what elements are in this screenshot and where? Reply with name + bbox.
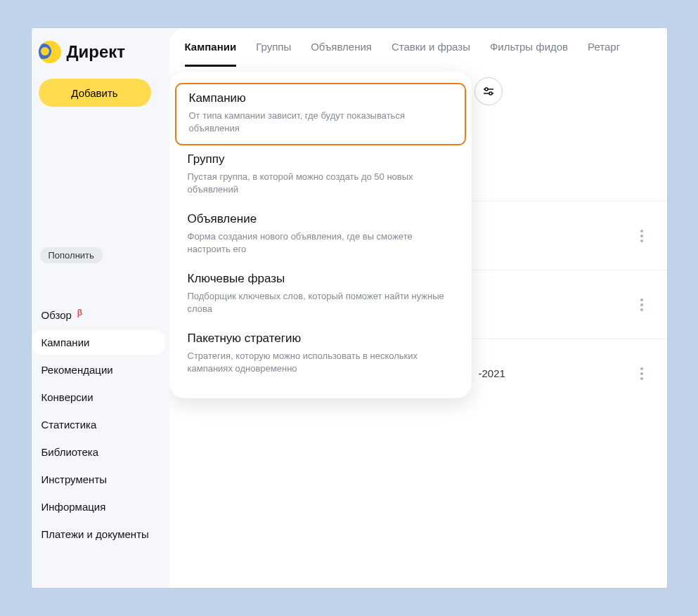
dropdown-item-title: Группу	[188, 152, 453, 166]
beta-badge: β	[77, 308, 82, 317]
tab-campaigns[interactable]: Кампании	[185, 41, 237, 67]
sidebar-item-library[interactable]: Библиотека	[32, 440, 165, 464]
sidebar-item-conversions[interactable]: Конверсии	[32, 385, 165, 409]
row-menu-button[interactable]	[636, 363, 647, 384]
dropdown-item-desc: От типа кампании зависит, где будут пока…	[189, 110, 452, 134]
yandex-direct-logo-icon	[39, 41, 61, 63]
sidebar-item-tools[interactable]: Инструменты	[32, 467, 165, 492]
dropdown-item-desc: Подборщик ключевых слов, который поможет…	[188, 290, 453, 315]
filter-button[interactable]	[474, 77, 503, 105]
dropdown-item-title: Ключевые фразы	[188, 272, 453, 286]
brand-title: Директ	[67, 42, 126, 62]
dropdown-item-title: Объявление	[188, 212, 453, 226]
sidebar-spacer	[32, 107, 169, 247]
dropdown-item-desc: Пустая группа, в которой можно создать д…	[188, 171, 453, 195]
tab-groups[interactable]: Группы	[256, 41, 291, 67]
sidebar-item-payments[interactable]: Платежи и документы	[32, 522, 165, 548]
add-button[interactable]: Добавить	[39, 79, 151, 107]
dropdown-item-campaign[interactable]: Кампанию От типа кампании зависит, где б…	[175, 83, 466, 145]
sidebar-item-label: Инструменты	[41, 473, 108, 485]
sidebar-item-campaigns[interactable]: Кампании	[32, 330, 165, 355]
sidebar-item-label: Обзор	[41, 309, 72, 321]
sidebar-item-label: Библиотека	[41, 446, 99, 458]
sidebar: Директ Добавить Пополнить Обзор β Кампан…	[32, 28, 169, 588]
sidebar-item-label: Информация	[41, 501, 106, 513]
row-menu-button[interactable]	[636, 294, 647, 315]
tab-retargeting[interactable]: Ретарг	[588, 41, 620, 67]
tabs-bar: Кампании Группы Объявления Ставки и фраз…	[169, 28, 667, 67]
sidebar-item-label: Рекомендации	[41, 364, 113, 376]
topup-button[interactable]: Пополнить	[40, 247, 103, 263]
sidebar-item-info[interactable]: Информация	[32, 494, 165, 519]
sidebar-item-label: Статистика	[41, 419, 97, 431]
add-dropdown: Кампанию От типа кампании зависит, где б…	[169, 72, 472, 398]
sidebar-item-recommendations[interactable]: Рекомендации	[32, 358, 165, 382]
tab-ads[interactable]: Объявления	[311, 41, 372, 67]
sidebar-item-overview[interactable]: Обзор β	[32, 303, 165, 327]
sidebar-nav: Обзор β Кампании Рекомендации Конверсии …	[32, 303, 169, 548]
dropdown-item-desc: Форма создания нового объявления, где вы…	[188, 230, 453, 255]
sidebar-item-label: Платежи и документы	[41, 528, 149, 542]
dropdown-item-group[interactable]: Группу Пустая группа, в которой можно со…	[175, 145, 466, 205]
date-fragment: -2021	[479, 367, 505, 379]
brand-row: Директ	[32, 34, 169, 70]
main-area: Кампании Группы Объявления Ставки и фраз…	[169, 28, 667, 588]
tab-feed-filters[interactable]: Фильтры фидов	[490, 41, 568, 67]
app-window: Директ Добавить Пополнить Обзор β Кампан…	[32, 28, 667, 588]
sidebar-item-statistics[interactable]: Статистика	[32, 412, 165, 437]
dropdown-item-desc: Стратегия, которую можно использовать в …	[188, 350, 453, 374]
sidebar-item-label: Кампании	[41, 336, 90, 348]
dropdown-item-ad[interactable]: Объявление Форма создания нового объявле…	[175, 205, 466, 265]
dropdown-item-keywords[interactable]: Ключевые фразы Подборщик ключевых слов, …	[175, 265, 466, 325]
dropdown-item-package-strategy[interactable]: Пакетную стратегию Стратегия, которую мо…	[175, 325, 466, 384]
sliders-icon	[483, 86, 494, 97]
tab-bids[interactable]: Ставки и фразы	[392, 41, 470, 67]
svg-point-2	[485, 88, 488, 91]
row-menu-button[interactable]	[636, 225, 647, 247]
dropdown-item-title: Кампанию	[189, 91, 452, 105]
dropdown-item-title: Пакетную стратегию	[188, 332, 453, 346]
sidebar-item-label: Конверсии	[41, 391, 93, 403]
svg-point-3	[489, 92, 492, 95]
